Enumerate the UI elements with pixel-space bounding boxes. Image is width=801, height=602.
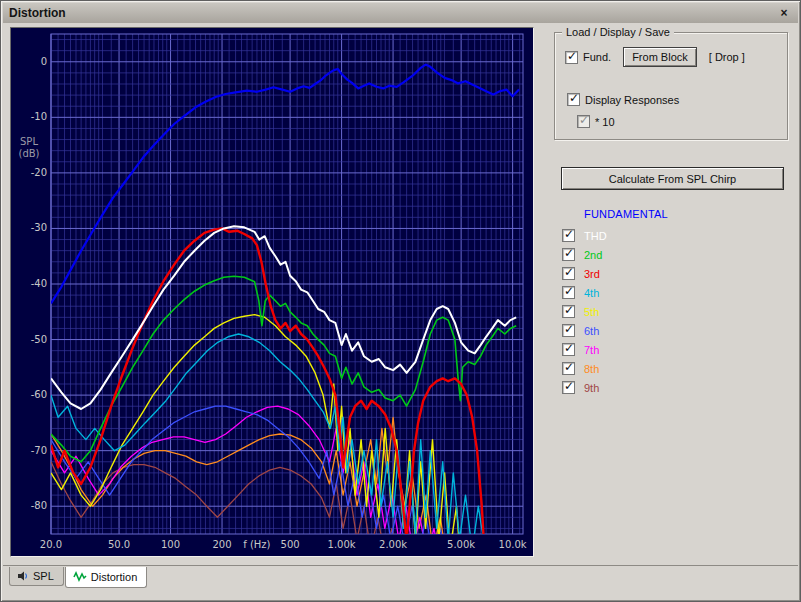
- fund-row: Fund. From Block [ Drop ]: [565, 47, 745, 67]
- legend-checkbox-7th[interactable]: [562, 343, 575, 356]
- legend-checkbox-9th[interactable]: [562, 381, 575, 394]
- distortion-chart: 20.050.01002005001.00k2.00k5.00k10.0kf (…: [10, 27, 534, 557]
- legend-checkbox-4th[interactable]: [562, 286, 575, 299]
- y-tick-label: -40: [31, 278, 47, 289]
- legend-label-5th: 5th: [584, 306, 599, 318]
- display-responses-checkbox[interactable]: [567, 93, 580, 106]
- y-tick-label: -70: [31, 445, 47, 456]
- display-responses-row: Display Responses: [567, 93, 679, 106]
- legend-checkbox-2nd[interactable]: [562, 248, 575, 261]
- tab-spl[interactable]: SPL: [9, 567, 64, 586]
- times-ten-label: * 10: [595, 116, 615, 128]
- close-icon[interactable]: ×: [776, 6, 792, 21]
- y-tick-label: 0: [41, 56, 47, 67]
- tab-distortion[interactable]: Distortion: [65, 567, 147, 588]
- fund-label: Fund.: [583, 51, 611, 63]
- x-tick-label: 10.0k: [499, 539, 527, 550]
- series-3rd: [51, 228, 487, 556]
- y-tick-label: -30: [31, 222, 47, 233]
- legend-label-2nd: 2nd: [584, 249, 602, 261]
- legend-checkbox-6th[interactable]: [562, 324, 575, 337]
- legend-row-8th: 8th: [562, 359, 607, 378]
- x-tick-label: 2.00k: [379, 539, 407, 550]
- waveform-icon: [73, 571, 87, 582]
- y-tick-label: -50: [31, 334, 47, 345]
- y-tick-label: -20: [31, 167, 47, 178]
- fundamental-label: FUNDAMENTAL: [584, 208, 668, 220]
- legend-checkbox-thd[interactable]: [562, 229, 575, 242]
- x-axis-title: f (Hz): [243, 539, 270, 550]
- legend-label-8th: 8th: [584, 363, 599, 375]
- x-tick-label: 100: [161, 539, 180, 550]
- tab-strip-divider: [3, 565, 798, 566]
- x-tick-label: 20.0: [40, 539, 62, 550]
- legend-label-4th: 4th: [584, 287, 599, 299]
- x-tick-label: 500: [281, 539, 300, 550]
- legend-row-6th: 6th: [562, 321, 607, 340]
- legend-row-7th: 7th: [562, 340, 607, 359]
- legend-label-6th: 6th: [584, 325, 599, 337]
- legend-row-5th: 5th: [562, 302, 607, 321]
- x-tick-label: 200: [212, 539, 231, 550]
- calculate-from-spl-chirp-button[interactable]: Calculate From SPL Chirp: [561, 167, 784, 190]
- legend-label-thd: THD: [584, 230, 607, 242]
- series-8th: [51, 417, 448, 556]
- x-tick-label: 50.0: [108, 539, 130, 550]
- from-block-button[interactable]: From Block: [623, 47, 697, 67]
- x-tick-label: 5.00k: [447, 539, 475, 550]
- legend-row-4th: 4th: [562, 283, 607, 302]
- fund-checkbox[interactable]: [565, 51, 578, 64]
- legend-checkbox-5th[interactable]: [562, 305, 575, 318]
- x-tick-label: 1.00k: [328, 539, 356, 550]
- y-axis-title-line2: (dB): [18, 148, 39, 159]
- distortion-window: Distortion × 20.050.01002005001.00k2.00k…: [0, 0, 801, 602]
- legend-row-3rd: 3rd: [562, 264, 607, 283]
- tab-strip: SPL Distortion: [9, 567, 148, 588]
- legend-row-9th: 9th: [562, 378, 607, 397]
- chart-canvas: 20.050.01002005001.00k2.00k5.00k10.0kf (…: [11, 28, 533, 556]
- y-tick-label: -60: [31, 389, 47, 400]
- legend-row-thd: THD: [562, 226, 607, 245]
- title-bar[interactable]: Distortion ×: [3, 3, 798, 23]
- window-title: Distortion: [9, 6, 66, 20]
- legend-label-7th: 7th: [584, 344, 599, 356]
- legend: THD2nd3rd4th5th6th7th8th9th: [562, 226, 607, 397]
- times-ten-checkbox[interactable]: [577, 115, 590, 128]
- tab-spl-label: SPL: [33, 570, 54, 582]
- legend-row-2nd: 2nd: [562, 245, 607, 264]
- display-responses-label: Display Responses: [585, 94, 679, 106]
- y-axis-title-line1: SPL: [20, 136, 38, 147]
- legend-label-9th: 9th: [584, 382, 599, 394]
- y-tick-label: -10: [31, 111, 47, 122]
- legend-checkbox-8th[interactable]: [562, 362, 575, 375]
- legend-checkbox-3rd[interactable]: [562, 267, 575, 280]
- times-ten-row: * 10: [577, 115, 615, 128]
- tab-distortion-label: Distortion: [91, 571, 137, 583]
- drop-label: [ Drop ]: [709, 51, 745, 63]
- speaker-icon: [17, 570, 29, 582]
- load-display-save-group: Load / Display / Save Fund. From Block […: [554, 32, 788, 140]
- group-title: Load / Display / Save: [562, 26, 674, 38]
- y-tick-label: -80: [31, 500, 47, 511]
- legend-label-3rd: 3rd: [584, 268, 600, 280]
